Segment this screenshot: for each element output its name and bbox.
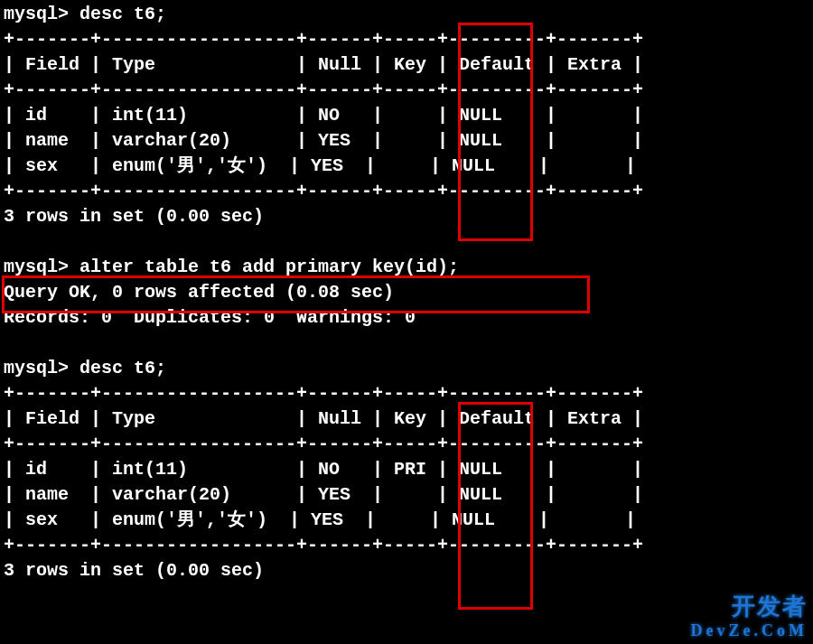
table-row: | sex | enum('男','女') | YES | | NULL | | [4,509,636,530]
query-ok: Query OK, 0 rows affected (0.08 sec) [4,282,394,303]
table-header: | Field | Type | Null | Key | Default | … [4,54,643,75]
mysql-prompt[interactable]: mysql> [4,257,69,277]
table-border: +-------+------------------+------+-----… [4,383,643,404]
command-desc-2: desc t6; [79,358,166,378]
mysql-prompt[interactable]: mysql> [4,358,69,378]
table-row: | id | int(11) | NO | | NULL | | [4,105,643,126]
terminal-output: mysql> desc t6; +-------+---------------… [4,25,643,583]
table-row: | name | varchar(20) | YES | | NULL | | [4,130,643,151]
table-row: | sex | enum('男','女') | YES | | NULL | | [4,155,636,176]
result-rows: 3 rows in set (0.00 sec) [4,206,264,227]
records-line: Records: 0 Duplicates: 0 Warnings: 0 [4,307,416,328]
table-border: +-------+------------------+------+-----… [4,535,643,555]
table-header: | Field | Type | Null | Key | Default | … [4,408,643,429]
result-rows: 3 rows in set (0.00 sec) [4,560,264,581]
table-border: +-------+------------------+------+-----… [4,79,643,100]
table-border: +-------+------------------+------+-----… [4,181,643,201]
table-border: +-------+------------------+------+-----… [4,434,643,454]
table-row: | id | int(11) | NO | PRI | NULL | | [4,459,643,480]
table-border: +-------+------------------+------+-----… [4,29,643,50]
table-row: | name | varchar(20) | YES | | NULL | | [4,484,643,505]
command-alter: alter table t6 add primary key(id); [79,257,459,277]
watermark: 开发者DevZe.CoM [691,596,808,639]
